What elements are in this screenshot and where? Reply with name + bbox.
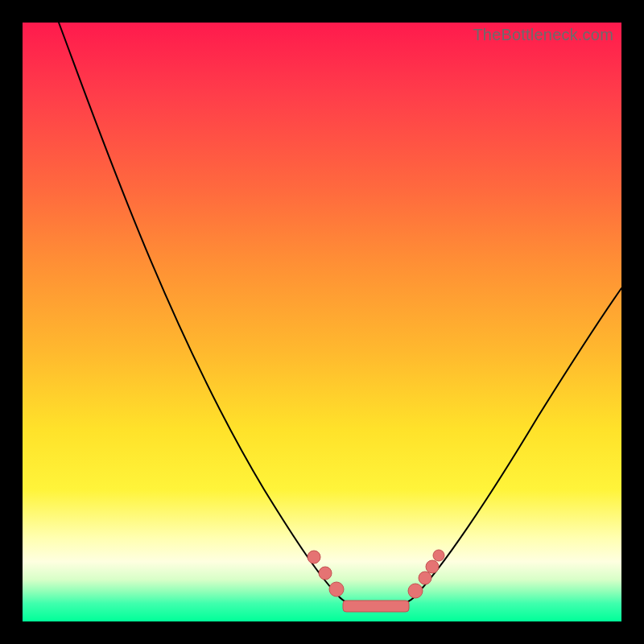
- bottleneck-curve: [23, 23, 621, 621]
- marker-flat-segment: [343, 601, 409, 612]
- marker-dot: [319, 567, 332, 580]
- marker-dot: [329, 582, 344, 597]
- marker-dot: [426, 560, 439, 573]
- curve-left-arm: [59, 23, 341, 598]
- chart-frame: TheBottleneck.com: [0, 0, 644, 644]
- marker-dot: [419, 572, 431, 584]
- plot-area: TheBottleneck.com: [23, 23, 621, 621]
- marker-dot: [408, 584, 423, 598]
- curve-right-arm: [413, 288, 621, 598]
- marker-dot: [433, 550, 444, 561]
- marker-dot: [308, 551, 320, 564]
- marker-group: [308, 550, 444, 612]
